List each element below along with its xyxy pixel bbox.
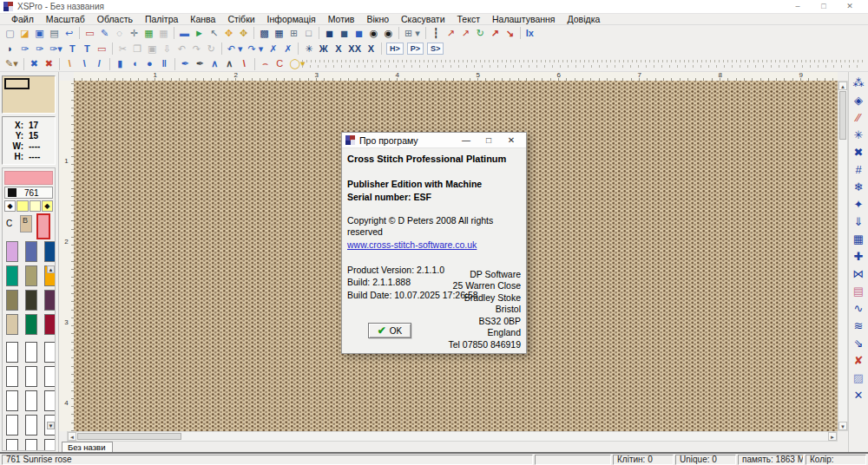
view-quarter-stitch-icon[interactable]: ◼: [352, 27, 366, 40]
stitch-type-2-icon[interactable]: Ж: [316, 43, 331, 56]
palette-color-swatch[interactable]: [6, 290, 18, 311]
palette-color-swatch[interactable]: [25, 265, 37, 286]
motif-arrow-down-icon[interactable]: ⇓: [851, 214, 866, 229]
website-link[interactable]: www.cross-stitch-software.co.uk: [347, 239, 477, 252]
menu-item[interactable]: Текст: [451, 14, 486, 24]
remove-text-icon[interactable]: Ix: [523, 27, 536, 40]
motif-waves-icon[interactable]: ≋: [851, 318, 866, 333]
needle-2-icon[interactable]: ↗: [458, 27, 473, 40]
menu-item[interactable]: Файл: [5, 14, 40, 24]
motif-band-icon[interactable]: ▤: [851, 284, 866, 298]
palette-empty-swatch[interactable]: [44, 366, 56, 387]
quill-pen-2-icon[interactable]: ✒: [193, 57, 207, 70]
symbol-cell[interactable]: ◆: [42, 200, 53, 212]
horizontal-scrollbar[interactable]: ◄ ►: [67, 431, 838, 442]
palette-color-swatch[interactable]: [25, 241, 37, 262]
palette-tab-c[interactable]: C: [6, 219, 12, 228]
motif-dotted-diamond-icon[interactable]: ❄: [851, 180, 866, 194]
stitch-type-3-icon[interactable]: Х: [331, 43, 345, 56]
motif-diagonals-icon[interactable]: ∕∕: [851, 110, 866, 125]
text-tool-icon[interactable]: T: [65, 43, 80, 56]
motif-branches-icon[interactable]: ⁂: [851, 75, 866, 90]
pan-hand-icon[interactable]: ✥: [221, 27, 236, 40]
scroll-up-button[interactable]: ▲: [838, 82, 847, 90]
palette-color-swatch[interactable]: [44, 241, 56, 262]
menu-item[interactable]: Скасувати: [395, 14, 451, 24]
ok-button[interactable]: ✔ OK: [368, 323, 411, 338]
palette-color-swatch[interactable]: [25, 290, 37, 311]
screen-view-icon[interactable]: ▬: [177, 27, 192, 40]
minimize-button[interactable]: –: [785, 0, 811, 13]
menu-item[interactable]: Канва: [184, 14, 221, 24]
rect-select-icon[interactable]: ▭: [82, 27, 97, 40]
menu-item[interactable]: Налаштування: [486, 14, 562, 24]
view-beads-2-icon[interactable]: ◉: [381, 27, 396, 40]
motif-diamond-icon[interactable]: ◈: [851, 93, 866, 108]
delete-cross-2-icon[interactable]: ✖: [42, 57, 56, 70]
paste-motif-icon[interactable]: ▦: [141, 27, 156, 40]
palette-empty-swatch[interactable]: [25, 342, 37, 363]
motif-red-crosses-icon[interactable]: ✘: [851, 353, 866, 368]
motif-star-icon[interactable]: ✦: [851, 197, 866, 212]
view-half-stitch-icon[interactable]: ◼: [337, 27, 352, 40]
navigator-preview[interactable]: [2, 75, 56, 114]
curve-icon[interactable]: ∧: [207, 57, 222, 70]
unstitch-icon[interactable]: ✗: [266, 43, 280, 56]
menu-item[interactable]: Палітра: [139, 14, 184, 24]
palette-empty-swatch[interactable]: [25, 390, 37, 411]
grid-dark-icon[interactable]: ▩: [257, 27, 272, 40]
pin-2-icon[interactable]: ↘: [503, 27, 517, 40]
document-tab[interactable]: Без назви: [62, 442, 113, 452]
undo-icon[interactable]: ↶ ▾: [225, 43, 246, 56]
close-button[interactable]: ✕: [837, 0, 863, 13]
palette-color-swatch[interactable]: [6, 314, 18, 335]
navigator-viewport-rect[interactable]: [4, 78, 30, 89]
selected-palette-swatch[interactable]: [36, 213, 50, 239]
quill-pen-icon[interactable]: ✒: [178, 57, 193, 70]
unstitch-2-icon[interactable]: ✗: [280, 43, 295, 56]
motif-block-icon[interactable]: ▦: [851, 232, 866, 246]
arc-tool-icon[interactable]: ⌢: [258, 57, 273, 70]
select-arrow-icon[interactable]: ►: [192, 27, 207, 40]
pencil-dropdown-icon[interactable]: ✎▾: [3, 57, 21, 70]
backstitch-orange-icon[interactable]: \: [62, 57, 77, 70]
motif-blue-x-icon[interactable]: ✕: [851, 388, 866, 403]
palette-scroll-up-button[interactable]: ▲: [47, 265, 55, 273]
grid-off-icon[interactable]: □: [301, 27, 316, 40]
backstitch-icon[interactable]: \: [77, 57, 92, 70]
palette-color-swatch[interactable]: [25, 314, 37, 335]
move-select-icon[interactable]: ✛: [127, 27, 141, 40]
edit-select-icon[interactable]: ✎: [97, 27, 112, 40]
palette-empty-swatch[interactable]: [44, 439, 56, 451]
revert-icon[interactable]: ↩: [62, 27, 76, 40]
motif-wave-icon[interactable]: ∿: [851, 301, 866, 316]
menu-item[interactable]: Область: [91, 14, 139, 24]
thread-icon[interactable]: ┇: [429, 27, 444, 40]
horizontal-scroll-thumb[interactable]: [77, 433, 181, 440]
menu-item[interactable]: Масштаб: [40, 14, 91, 24]
menu-item[interactable]: Вікно: [360, 14, 395, 24]
motif-hourglass-icon[interactable]: ⋈: [851, 266, 866, 281]
view-full-stitch-icon[interactable]: ◼: [322, 27, 337, 40]
print-icon[interactable]: ▤: [47, 27, 62, 40]
palette-empty-swatch[interactable]: [25, 439, 37, 451]
scroll-left-button[interactable]: ◄: [68, 432, 76, 441]
menu-item[interactable]: Довідка: [562, 14, 607, 24]
brush-tool-icon[interactable]: ◗: [3, 43, 17, 56]
vertical-scrollbar[interactable]: ▲ ▼: [838, 81, 848, 431]
grid-dense-icon[interactable]: ▦: [272, 27, 286, 40]
scroll-right-button[interactable]: ►: [828, 432, 837, 441]
export-view-icon[interactable]: ↖: [207, 27, 221, 40]
save-file-icon[interactable]: ▣: [32, 27, 47, 40]
brush-hand-icon[interactable]: ✥: [236, 27, 251, 40]
double-bar-icon[interactable]: ‖: [157, 57, 172, 70]
dialog-title-bar[interactable]: Про програму — □ ✕: [342, 133, 526, 148]
curve-2-icon[interactable]: ∧: [222, 57, 237, 70]
needle-icon[interactable]: ↗: [444, 27, 458, 40]
refresh-icon[interactable]: ↻: [473, 27, 488, 40]
hook-tool-icon[interactable]: C: [273, 57, 287, 70]
motif-cross-dense-icon[interactable]: ✖: [851, 145, 866, 160]
palette-empty-swatch[interactable]: [6, 342, 18, 363]
stitch-type-4-icon[interactable]: ХХ: [345, 43, 364, 56]
palette-empty-swatch[interactable]: [6, 366, 18, 387]
